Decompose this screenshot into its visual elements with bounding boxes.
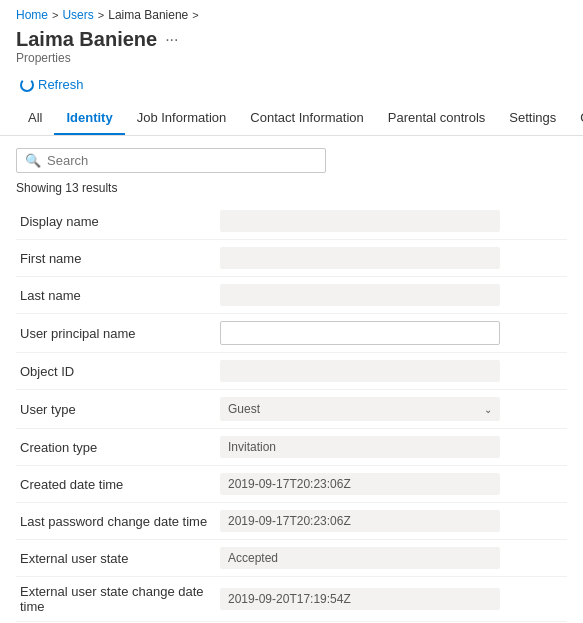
property-label: External user state (16, 540, 216, 577)
property-label: Display name (16, 203, 216, 240)
table-row: Last name (16, 277, 567, 314)
table-row: User typeGuest⌄ (16, 390, 567, 429)
property-empty-value (220, 210, 500, 232)
property-value: 2019-09-20T17:19:54Z (216, 577, 567, 622)
property-label: External user state change date time (16, 577, 216, 622)
property-label: User type (16, 390, 216, 429)
refresh-button[interactable]: Refresh (16, 75, 88, 94)
tab-on-premises[interactable]: On-premises (568, 102, 583, 135)
more-options-button[interactable]: ··· (165, 31, 178, 49)
property-label: First name (16, 240, 216, 277)
tab-settings[interactable]: Settings (497, 102, 568, 135)
table-row: Creation typeInvitation (16, 429, 567, 466)
property-value (216, 240, 567, 277)
property-value (216, 203, 567, 240)
property-empty-value (220, 360, 500, 382)
tab-all[interactable]: All (16, 102, 54, 135)
property-value[interactable] (216, 314, 567, 353)
table-row: Created date time2019-09-17T20:23:06Z (16, 466, 567, 503)
property-empty-value (220, 284, 500, 306)
property-label: User principal name (16, 314, 216, 353)
table-row: Object ID (16, 353, 567, 390)
page-title: Laima Baniene ··· (0, 26, 583, 51)
property-empty-value (220, 247, 500, 269)
property-dropdown[interactable]: Guest⌄ (220, 397, 500, 421)
property-value: Guest⌄ (216, 390, 567, 429)
property-label: Object ID (16, 353, 216, 390)
property-value (216, 353, 567, 390)
property-value: Accepted (216, 540, 567, 577)
tab-parental-controls[interactable]: Parental controls (376, 102, 498, 135)
search-icon: 🔍 (25, 153, 41, 168)
dropdown-value: Guest (228, 402, 260, 416)
property-text-value: 2019-09-17T20:23:06Z (220, 510, 500, 532)
property-value (216, 277, 567, 314)
tabs-bar: All Identity Job Information Contact Inf… (0, 102, 583, 136)
breadcrumb-users[interactable]: Users (62, 8, 93, 22)
property-value: Invitation (216, 429, 567, 466)
results-count: Showing 13 results (16, 181, 567, 195)
property-label: Last password change date time (16, 503, 216, 540)
property-label: Last name (16, 277, 216, 314)
table-row: Display name (16, 203, 567, 240)
breadcrumb-home[interactable]: Home (16, 8, 48, 22)
property-value: 2019-09-17T20:23:06Z (216, 466, 567, 503)
property-label: Created date time (16, 466, 216, 503)
table-row: First name (16, 240, 567, 277)
breadcrumb-sep-3: > (192, 9, 198, 21)
breadcrumb: Home > Users > Laima Baniene > (0, 0, 583, 26)
table-row: External user stateAccepted (16, 540, 567, 577)
refresh-icon (20, 78, 34, 92)
property-text-value: Invitation (220, 436, 500, 458)
chevron-down-icon: ⌄ (484, 404, 492, 415)
content-area: 🔍 Showing 13 results Display nameFirst n… (0, 136, 583, 623)
property-label: Creation type (16, 429, 216, 466)
table-row: User principal name (16, 314, 567, 353)
refresh-label: Refresh (38, 77, 84, 92)
page-subtitle: Properties (0, 51, 583, 71)
breadcrumb-sep-1: > (52, 9, 58, 21)
properties-table: Display nameFirst nameLast nameUser prin… (16, 203, 567, 623)
tab-job-information[interactable]: Job Information (125, 102, 239, 135)
table-row: Last password change date time2019-09-17… (16, 503, 567, 540)
property-input[interactable] (220, 321, 500, 345)
search-input[interactable] (47, 153, 317, 168)
property-text-value: 2019-09-20T17:19:54Z (220, 588, 500, 610)
table-row: External user state change date time2019… (16, 577, 567, 622)
breadcrumb-sep-2: > (98, 9, 104, 21)
property-text-value: Accepted (220, 547, 500, 569)
breadcrumb-current: Laima Baniene (108, 8, 188, 22)
toolbar: Refresh (0, 71, 583, 102)
property-text-value: 2019-09-17T20:23:06Z (220, 473, 500, 495)
tab-contact-information[interactable]: Contact Information (238, 102, 375, 135)
search-box: 🔍 (16, 148, 326, 173)
page-title-text: Laima Baniene (16, 28, 157, 51)
tab-identity[interactable]: Identity (54, 102, 124, 135)
property-value: 2019-09-17T20:23:06Z (216, 503, 567, 540)
